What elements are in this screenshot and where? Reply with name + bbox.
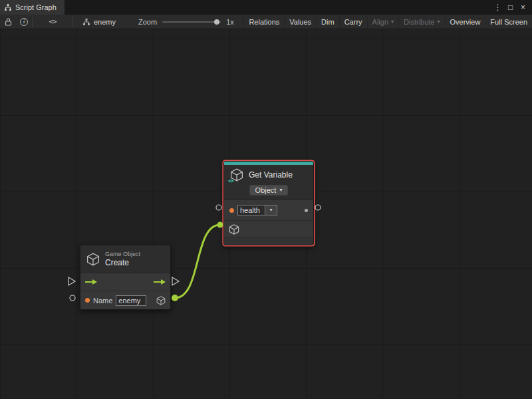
getvariable-object-input-port[interactable] [217,222,223,228]
align-dropdown[interactable]: Align ▾ [367,15,398,29]
maximize-icon[interactable]: □ [505,3,515,12]
tab-script-graph[interactable]: Script Graph [0,0,65,15]
tab-title: Script Graph [15,3,57,11]
graph-breadcrumb[interactable]: enemy [82,18,116,26]
zoom-slider[interactable] [162,21,221,23]
window-controls: ⋮ □ × [493,3,528,12]
node-get-variable[interactable]: <> Get Variable Object ▾ ▾ [223,161,314,245]
create-exit-port[interactable] [172,277,179,285]
variable-name-input[interactable] [237,205,265,215]
variable-cube-icon: <> [230,168,243,182]
node-title: Create [105,258,140,267]
graph-canvas[interactable]: Game Object Create Name [0,29,532,399]
cube-icon [86,253,100,266]
overview-button[interactable]: Overview [445,15,485,29]
carry-button[interactable]: Carry [339,15,367,29]
zoom-label: Zoom [138,18,157,26]
values-button[interactable]: Values [284,15,316,29]
chevron-down-icon: ▾ [438,19,440,25]
create-name-row: Name [80,291,170,309]
connection-wire[interactable] [175,225,220,298]
object-target-cube-icon[interactable] [229,224,239,235]
node-title: Get Variable [249,170,293,180]
flow-out-arrow-icon[interactable] [153,279,166,285]
value-input-dot[interactable] [229,208,234,213]
create-node-titles: Game Object Create [105,251,140,267]
node-create-gameobject[interactable]: Game Object Create Name [80,245,171,310]
chevron-down-icon: ▾ [391,19,394,25]
variable-code-badge-icon: <> [228,178,233,184]
name-port-label: Name [93,297,112,305]
close-icon[interactable]: × [518,3,528,12]
toolbar-separator [72,17,73,27]
chevron-down-icon: ▾ [269,207,272,213]
relations-button[interactable]: Relations [243,15,284,29]
script-graph-window: Script Graph ⋮ □ × i <> [0,0,532,399]
gameobject-output-cube-icon[interactable] [156,296,166,305]
graph-name: enemy [94,18,116,26]
menu-icon[interactable]: ⋮ [493,3,503,12]
info-icon[interactable]: i [16,15,32,29]
chevron-down-icon: ▾ [279,188,282,193]
toolbar-separator [32,17,33,27]
variable-name-field-group: ▾ [237,205,277,215]
create-flow-row [80,273,170,291]
fullscreen-button[interactable]: Full Screen [485,15,532,29]
node-category: Game Object [105,251,140,258]
get-variable-title-row: <> Get Variable [230,168,307,182]
toolbar-buttons: Relations Values Dim Carry Align ▾ Distr… [243,15,532,29]
create-name-input-port[interactable] [70,295,75,301]
graph-asset-icon [82,18,90,26]
getvariable-name-input-port[interactable] [216,205,221,210]
flow-in-arrow-icon[interactable] [84,279,98,285]
value-output-dot[interactable] [305,209,308,212]
value-input-dot[interactable] [85,298,90,303]
zoom-slider-handle[interactable] [214,19,219,25]
variable-name-dropdown-button[interactable]: ▾ [265,205,277,215]
get-variable-footer [224,237,313,245]
graph-toolbar: i <> enemy Zoom 1x Relations Values [0,15,532,29]
lock-icon[interactable] [0,15,16,29]
dim-button[interactable]: Dim [316,15,339,29]
create-enter-port[interactable] [68,277,75,285]
name-value-input[interactable] [116,295,146,306]
getvariable-value-output-port[interactable] [315,205,321,210]
get-variable-header[interactable]: <> Get Variable Object ▾ [224,165,313,200]
create-gameobject-output-port[interactable] [172,295,178,301]
code-view-icon[interactable]: <> [45,15,61,29]
variable-name-row: ▾ [224,200,313,220]
variable-scope-dropdown[interactable]: Object ▾ [249,185,289,196]
title-bar: Script Graph ⋮ □ × [0,0,532,15]
create-node-header[interactable]: Game Object Create [80,245,170,273]
graph-icon [4,3,12,11]
distribute-dropdown[interactable]: Distribute ▾ [398,15,444,29]
zoom-value: 1x [226,18,234,26]
object-target-row [224,220,313,237]
